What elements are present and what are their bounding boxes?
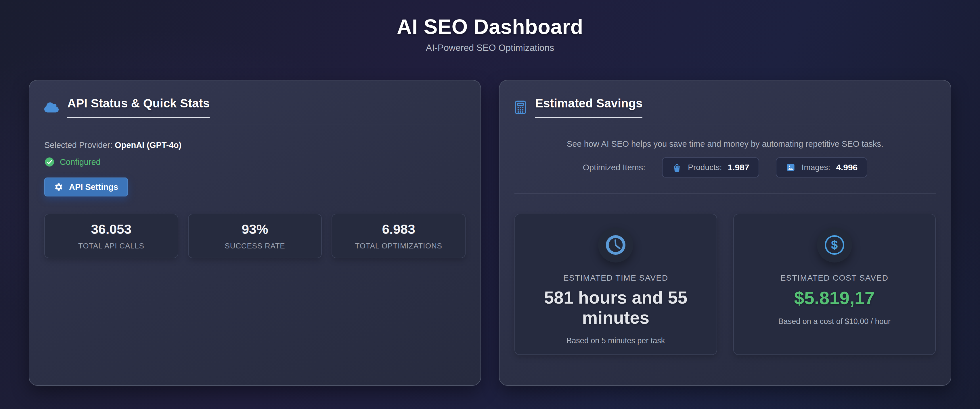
savings-card-header: Estimated Savings xyxy=(514,97,936,118)
check-circle-icon xyxy=(44,157,55,167)
api-card-header: API Status & Quick Stats xyxy=(44,97,466,118)
stat-value: 36.053 xyxy=(91,222,131,237)
provider-label: Selected Provider: xyxy=(44,140,113,150)
page-header: AI SEO Dashboard AI-Powered SEO Optimiza… xyxy=(0,0,980,53)
image-icon xyxy=(786,162,796,173)
time-saved-note: Based on 5 minutes per task xyxy=(515,336,717,345)
cost-saved-box: $ ESTIMATED COST SAVED $5.819,17 Based o… xyxy=(733,214,936,355)
savings-boxes-row: ESTIMATED TIME SAVED 581 hours and 55 mi… xyxy=(514,214,936,355)
cost-saved-note: Based on a cost of $10,00 / hour xyxy=(734,317,935,326)
stat-label: TOTAL API CALLS xyxy=(78,241,144,250)
cost-saved-label: ESTIMATED COST SAVED xyxy=(734,273,935,283)
quick-stats-row: 36.053 TOTAL API CALLS 93% SUCCESS RATE … xyxy=(44,214,466,258)
stat-label: TOTAL OPTIMIZATIONS xyxy=(355,241,442,250)
dollar-badge: $ xyxy=(817,227,852,263)
api-settings-button[interactable]: API Settings xyxy=(44,178,128,197)
images-chip-label: Images: xyxy=(802,163,830,172)
savings-description: See how AI SEO helps you save time and m… xyxy=(514,139,936,149)
stat-total-api-calls: 36.053 TOTAL API CALLS xyxy=(44,214,178,258)
page-subtitle: AI-Powered SEO Optimizations xyxy=(0,43,980,53)
images-chip-value: 4.996 xyxy=(836,163,858,172)
optimized-items-label: Optimized Items: xyxy=(583,163,646,172)
dollar-circle-icon: $ xyxy=(825,235,844,255)
stat-value: 93% xyxy=(242,222,268,237)
products-chip-label: Products: xyxy=(688,163,722,172)
stat-label: SUCCESS RATE xyxy=(225,241,285,250)
time-saved-box: ESTIMATED TIME SAVED 581 hours and 55 mi… xyxy=(514,214,717,355)
cost-saved-value: $5.819,17 xyxy=(748,288,921,309)
products-chip-value: 1.987 xyxy=(728,163,749,172)
stat-success-rate: 93% SUCCESS RATE xyxy=(188,214,322,258)
dashboard: API Status & Quick Stats Selected Provid… xyxy=(0,80,980,386)
time-saved-value: 581 hours and 55 minutes xyxy=(530,288,702,328)
page-title: AI SEO Dashboard xyxy=(0,15,980,38)
clock-badge xyxy=(598,227,633,263)
selected-provider-line: Selected Provider: OpenAI (GPT-4o) xyxy=(44,140,466,150)
status-text: Configured xyxy=(60,157,101,167)
shopping-bag-icon xyxy=(672,162,682,173)
provider-value: OpenAI (GPT-4o) xyxy=(115,140,181,150)
divider xyxy=(514,193,936,193)
clock-icon xyxy=(605,234,627,256)
savings-card-title: Estimated Savings xyxy=(535,97,643,118)
divider xyxy=(514,124,936,124)
time-saved-label: ESTIMATED TIME SAVED xyxy=(515,273,717,283)
status-badge: Configured xyxy=(44,157,466,167)
calculator-icon xyxy=(514,100,527,114)
optimized-items-row: Optimized Items: Products: 1.987 xyxy=(514,157,936,178)
api-status-card: API Status & Quick Stats Selected Provid… xyxy=(29,80,481,386)
stat-total-optimizations: 6.983 TOTAL OPTIMIZATIONS xyxy=(332,214,466,258)
dollar-glyph: $ xyxy=(831,239,838,251)
api-card-title: API Status & Quick Stats xyxy=(67,97,210,118)
estimated-savings-card: Estimated Savings See how AI SEO helps y… xyxy=(499,80,951,386)
products-chip: Products: 1.987 xyxy=(662,157,759,178)
cloud-icon xyxy=(44,101,59,113)
stat-value: 6.983 xyxy=(382,222,415,237)
api-settings-label: API Settings xyxy=(69,182,118,192)
gear-icon xyxy=(54,182,63,192)
divider xyxy=(44,124,466,124)
images-chip: Images: 4.996 xyxy=(776,157,867,178)
